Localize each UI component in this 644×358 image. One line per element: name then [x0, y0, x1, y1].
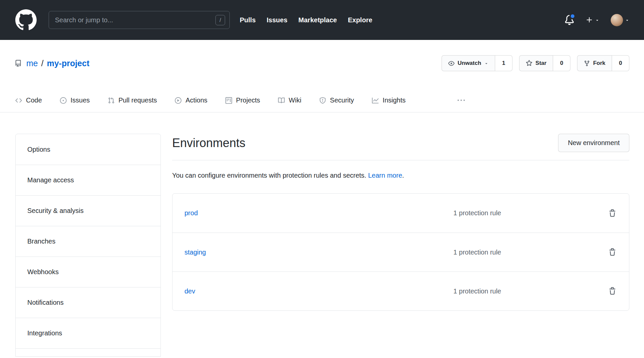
- settings-sidebar: Options Manage access Security & analysi…: [15, 134, 161, 357]
- triangle-down-icon: [484, 61, 488, 66]
- star-label: Star: [535, 60, 546, 67]
- learn-more-link[interactable]: Learn more: [368, 172, 402, 179]
- environment-link-dev[interactable]: dev: [184, 287, 454, 295]
- unwatch-button[interactable]: Unwatch: [442, 55, 495, 71]
- description-period: .: [402, 172, 404, 179]
- fork-icon: [584, 60, 590, 67]
- tab-security[interactable]: Security: [313, 89, 361, 112]
- fork-group: Fork 0: [577, 55, 629, 71]
- tab-label: Code: [26, 96, 42, 104]
- sidebar-item-notifications[interactable]: Notifications: [16, 287, 161, 318]
- tab-label: Pull requests: [119, 96, 157, 104]
- sidebar-item-webhooks[interactable]: Webhooks: [16, 257, 161, 287]
- watch-count[interactable]: 1: [495, 55, 512, 71]
- protection-rule-count: 1 protection rule: [454, 287, 501, 295]
- github-logo[interactable]: [15, 9, 37, 31]
- environment-row: prod 1 protection rule: [172, 194, 629, 233]
- fork-button[interactable]: Fork: [577, 55, 612, 71]
- unread-indicator: [569, 13, 576, 19]
- new-environment-button[interactable]: New environment: [558, 134, 629, 152]
- environment-row: dev 1 protection rule: [172, 271, 629, 310]
- breadcrumb-repo-name[interactable]: my-project: [47, 59, 90, 68]
- project-icon: [225, 97, 232, 104]
- nav-pulls[interactable]: Pulls: [240, 16, 256, 24]
- user-menu[interactable]: [611, 14, 629, 26]
- nav-issues[interactable]: Issues: [267, 16, 287, 24]
- settings-menu: Options Manage access Security & analysi…: [15, 134, 161, 357]
- subhead: Environments New environment: [172, 134, 629, 160]
- repo-icon: [15, 60, 22, 67]
- issue-opened-icon: [60, 97, 67, 104]
- search-input[interactable]: [55, 16, 215, 24]
- sidebar-item-options[interactable]: Options: [16, 134, 161, 165]
- environments-list: prod 1 protection rule staging 1 protect…: [172, 193, 629, 311]
- star-button[interactable]: Star: [519, 55, 553, 71]
- header-right: [564, 14, 629, 26]
- fork-label: Fork: [593, 60, 605, 67]
- delete-environment-button[interactable]: [608, 287, 616, 295]
- breadcrumb: me / my-project: [15, 59, 90, 68]
- global-header: / Pulls Issues Marketplace Explore: [0, 0, 644, 40]
- trash-icon: [608, 209, 616, 217]
- pull-request-icon: [108, 97, 115, 104]
- breadcrumb-owner[interactable]: me: [26, 59, 38, 68]
- trash-icon: [608, 287, 616, 295]
- breadcrumb-separator: /: [41, 59, 44, 68]
- repo-tabs-bar: Code Issues Pull requests Actions Projec…: [0, 89, 644, 112]
- tab-label: Actions: [185, 96, 207, 104]
- search-box[interactable]: /: [49, 11, 230, 29]
- book-icon: [278, 97, 285, 104]
- notifications-button[interactable]: [564, 15, 574, 25]
- delete-environment-button[interactable]: [608, 209, 616, 217]
- sidebar-item-integrations[interactable]: Integrations: [16, 318, 161, 348]
- sidebar-item-manage-access[interactable]: Manage access: [16, 165, 161, 195]
- graph-icon: [372, 97, 379, 104]
- star-icon: [526, 60, 532, 67]
- page-title: Environments: [172, 136, 245, 150]
- github-mark-icon: [15, 9, 37, 31]
- kebab-horizontal-icon: [458, 97, 465, 104]
- plus-icon: [586, 16, 593, 24]
- repo-header: me / my-project Unwatch 1 Star 0 Fork: [0, 40, 644, 71]
- settings-page: Options Manage access Security & analysi…: [0, 112, 644, 357]
- tab-label: Wiki: [289, 96, 301, 104]
- tab-pull-requests[interactable]: Pull requests: [101, 89, 164, 112]
- environments-section: Environments New environment You can con…: [172, 134, 629, 311]
- environment-row: staging 1 protection rule: [172, 233, 629, 271]
- tab-overflow[interactable]: [454, 90, 469, 112]
- environment-link-staging[interactable]: staging: [184, 249, 454, 256]
- tab-insights[interactable]: Insights: [365, 89, 412, 112]
- tab-wiki[interactable]: Wiki: [271, 89, 308, 112]
- eye-icon: [448, 60, 455, 67]
- sidebar-item-clipped[interactable]: [16, 348, 161, 356]
- environments-description: You can configure environments with prot…: [172, 172, 629, 179]
- tab-label: Insights: [383, 96, 406, 104]
- play-icon: [175, 97, 181, 104]
- tab-label: Issues: [71, 96, 90, 104]
- trash-icon: [608, 248, 616, 256]
- sidebar-item-security-analysis[interactable]: Security & analysis: [16, 195, 161, 226]
- protection-rule-count: 1 protection rule: [454, 209, 501, 217]
- tab-projects[interactable]: Projects: [219, 89, 267, 112]
- header-nav: Pulls Issues Marketplace Explore: [240, 16, 372, 24]
- chevron-down-icon: [625, 18, 629, 22]
- nav-marketplace[interactable]: Marketplace: [298, 16, 337, 24]
- environment-link-prod[interactable]: prod: [184, 209, 454, 217]
- code-icon: [15, 97, 22, 104]
- nav-explore[interactable]: Explore: [348, 16, 372, 24]
- tab-actions[interactable]: Actions: [168, 89, 214, 112]
- shield-icon: [319, 97, 326, 104]
- tab-issues[interactable]: Issues: [53, 89, 97, 112]
- star-count[interactable]: 0: [553, 55, 570, 71]
- create-new-button[interactable]: [586, 16, 599, 24]
- sidebar-item-branches[interactable]: Branches: [16, 226, 161, 257]
- search-shortcut-hint: /: [215, 15, 225, 25]
- delete-environment-button[interactable]: [608, 248, 616, 256]
- protection-rule-count: 1 protection rule: [454, 249, 501, 256]
- fork-count[interactable]: 0: [612, 55, 629, 71]
- watch-group: Unwatch 1: [442, 55, 512, 71]
- tab-label: Projects: [236, 96, 260, 104]
- unwatch-label: Unwatch: [458, 60, 481, 67]
- tab-code[interactable]: Code: [9, 89, 49, 112]
- repo-actions: Unwatch 1 Star 0 Fork 0: [442, 55, 629, 71]
